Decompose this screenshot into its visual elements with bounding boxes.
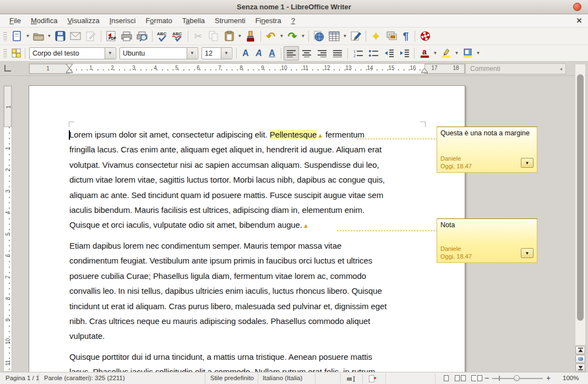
toolbar-grip[interactable] — [3, 48, 7, 58]
multi-page-view-button[interactable] — [455, 375, 467, 382]
margin-note[interactable]: Nota DanieleOggi, 18.47 ▼ — [437, 218, 537, 263]
table-dropdown-icon[interactable]: ▼ — [342, 29, 348, 43]
save-button[interactable] — [52, 29, 68, 43]
comment-anchor-icon[interactable]: ▲ — [303, 222, 309, 229]
edit-mode-button[interactable] — [83, 29, 99, 43]
menu-strumenti[interactable]: Strumenti — [210, 15, 251, 26]
vertical-scrollbar[interactable] — [575, 64, 586, 345]
highlight-color-button[interactable] — [438, 46, 454, 61]
paste-dropdown-icon[interactable]: ▼ — [237, 29, 243, 43]
insert-table-button[interactable] — [326, 29, 342, 43]
paste-button[interactable] — [221, 29, 237, 43]
align-right-button[interactable] — [314, 46, 330, 61]
single-page-view-button[interactable] — [444, 375, 450, 382]
menu-finestra[interactable]: Finestra — [251, 15, 286, 26]
next-page-button[interactable] — [575, 364, 585, 372]
auto-spellcheck-button[interactable]: ABC — [170, 29, 186, 43]
spelling-button[interactable]: ABC — [155, 29, 170, 43]
paragraph-1[interactable]: Lorem ipsum dolor sit amet, consectetur … — [69, 127, 424, 233]
new-document-button[interactable] — [9, 29, 25, 43]
open-dropdown-icon[interactable]: ▼ — [46, 29, 52, 43]
bold-button[interactable]: A — [239, 46, 252, 61]
document-modified-status[interactable]: * — [369, 375, 378, 382]
increase-indent-button[interactable] — [396, 46, 412, 61]
italic-button[interactable]: A — [252, 46, 265, 61]
draw-functions-button[interactable] — [348, 29, 363, 43]
font-dropdown-icon[interactable]: ▼ — [187, 48, 197, 59]
new-dropdown-icon[interactable]: ▼ — [25, 29, 31, 43]
zoom-in-button[interactable]: + — [546, 374, 551, 382]
paragraph-3[interactable]: Quisque porttitor dui id urna tincidunt,… — [69, 349, 424, 372]
menu-visualizza[interactable]: Visualizza — [62, 15, 104, 26]
decrease-indent-button[interactable] — [381, 46, 396, 61]
numbered-list-button[interactable]: 12 — [350, 46, 366, 61]
language-status[interactable]: Italiano (Italia) — [263, 375, 302, 381]
word-count-status[interactable]: Parole (caratteri): 325 (2211) — [44, 375, 125, 381]
navigator-button[interactable]: ✦ — [368, 29, 384, 43]
styles-button[interactable] — [9, 46, 23, 61]
zoom-slider-knob[interactable] — [514, 375, 520, 381]
cut-button[interactable]: ✂ — [190, 29, 206, 43]
tab-stop-selector[interactable] — [4, 65, 11, 72]
paragraph-style-input[interactable] — [30, 50, 105, 57]
size-dropdown-icon[interactable]: ▼ — [221, 48, 231, 59]
menu-modifica[interactable]: Modifica — [26, 15, 62, 26]
zoom-level-status[interactable]: 100% — [563, 375, 579, 381]
notification-icon[interactable] — [573, 3, 581, 11]
close-document-icon[interactable]: ✕ — [575, 17, 584, 25]
paragraph-style-combo[interactable]: ▼ — [29, 47, 116, 59]
font-color-button[interactable]: a — [417, 46, 432, 61]
note-text[interactable]: Nota — [440, 221, 533, 229]
page-count-status[interactable]: Pagina 1 / 1 — [6, 375, 39, 381]
insert-mode-status[interactable] — [347, 376, 356, 382]
email-button[interactable] — [68, 29, 83, 43]
align-center-button[interactable] — [299, 46, 314, 61]
page-style-status[interactable]: Stile predefinito — [210, 375, 254, 381]
print-button[interactable] — [119, 29, 134, 43]
undo-button[interactable]: ↶ — [263, 29, 279, 43]
print-preview-button[interactable] — [134, 29, 150, 43]
highlight-dropdown-icon[interactable]: ▼ — [454, 46, 460, 61]
menu-tabella[interactable]: Tabella — [177, 15, 210, 26]
align-left-button[interactable] — [284, 46, 299, 61]
redo-button[interactable]: ↷ — [285, 29, 300, 43]
font-size-input[interactable] — [202, 50, 221, 57]
margin-note[interactable]: Questa è una nota a margine DanieleOggi,… — [437, 127, 537, 173]
comment-anchor-icon[interactable]: ▲ — [317, 132, 323, 139]
font-size-combo[interactable]: ▼ — [202, 47, 232, 59]
background-color-button[interactable] — [460, 46, 475, 61]
navigate-by-button[interactable] — [575, 355, 585, 363]
menu-help[interactable]: ? — [286, 15, 300, 26]
background-color-dropdown-icon[interactable]: ▼ — [475, 46, 481, 61]
style-dropdown-icon[interactable]: ▼ — [105, 48, 115, 59]
scrollbar-thumb[interactable] — [577, 74, 584, 321]
clone-formatting-button[interactable] — [243, 29, 258, 43]
document-page[interactable]: Lorem ipsum dolor sit amet, consectetur … — [29, 85, 465, 372]
redo-dropdown-icon[interactable]: ▼ — [300, 29, 306, 43]
menu-inserisci[interactable]: Inserisci — [105, 15, 141, 26]
justify-button[interactable] — [330, 46, 345, 61]
menu-formato[interactable]: Formato — [140, 15, 177, 26]
paragraph-2[interactable]: Etiam dapibus lorem nec condimentum semp… — [69, 238, 424, 344]
note-menu-button[interactable]: ▼ — [521, 158, 533, 168]
help-button[interactable] — [417, 29, 433, 43]
gallery-button[interactable] — [384, 29, 399, 43]
toolbar-grip[interactable] — [3, 31, 7, 41]
underline-button[interactable]: A — [265, 46, 279, 61]
export-pdf-button[interactable]: PDF — [104, 29, 119, 43]
hyperlink-button[interactable] — [311, 29, 326, 43]
font-name-combo[interactable]: ▼ — [119, 47, 198, 59]
note-menu-button[interactable]: ▼ — [521, 248, 533, 258]
undo-dropdown-icon[interactable]: ▼ — [279, 29, 285, 43]
copy-button[interactable] — [206, 29, 221, 43]
bullet-list-button[interactable] — [366, 46, 381, 61]
font-name-input[interactable] — [120, 50, 187, 57]
previous-page-button[interactable] — [575, 346, 585, 354]
comments-collapse-icon[interactable]: ◂ — [559, 66, 562, 72]
font-color-dropdown-icon[interactable]: ▼ — [432, 46, 438, 61]
zoom-out-button[interactable]: − — [484, 374, 489, 382]
note-text[interactable]: Questa è una nota a margine — [440, 129, 533, 137]
open-button[interactable] — [31, 29, 46, 43]
vertical-ruler[interactable]: 1 1234567891011 — [3, 85, 12, 372]
formatting-marks-button[interactable]: ¶ — [399, 29, 412, 43]
